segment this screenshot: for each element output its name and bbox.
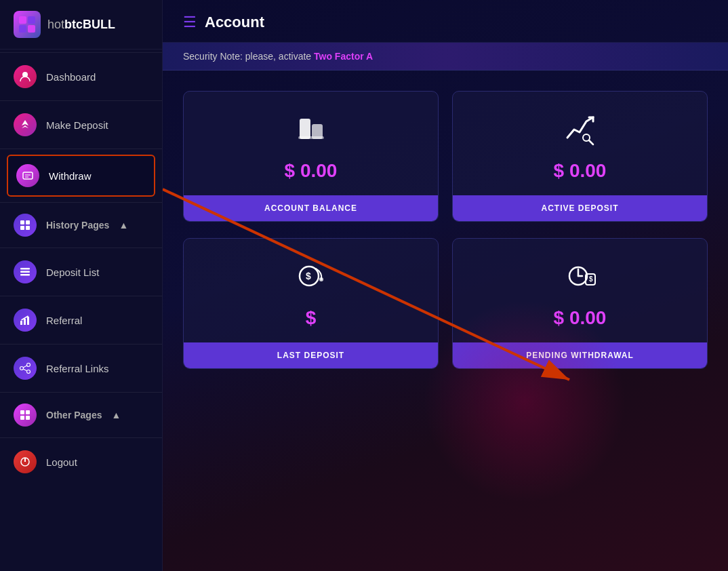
- sidebar-item-withdraw[interactable]: Withdraw: [7, 155, 155, 197]
- sidebar-item-referral-links[interactable]: Referral Links: [0, 347, 162, 389]
- svg-rect-24: [26, 410, 30, 414]
- svg-rect-17: [27, 317, 29, 325]
- divider-5: [0, 248, 162, 248]
- page-header: ☰ Account: [163, 0, 728, 43]
- svg-marker-6: [22, 125, 28, 128]
- referral-icon: [14, 309, 37, 332]
- referral-links-icon: [14, 357, 37, 380]
- svg-rect-13: [20, 271, 30, 273]
- logout-icon: [14, 450, 37, 473]
- svg-rect-12: [20, 268, 30, 270]
- svg-rect-23: [20, 410, 24, 414]
- logo-text: hotbtcBULL: [47, 18, 115, 32]
- account-balance-card: $ 0.00 ACCOUNT BALANCE: [183, 91, 439, 222]
- security-highlight: Two Factor A: [314, 51, 373, 62]
- svg-rect-16: [24, 319, 26, 325]
- active-deposit-icon: [563, 112, 597, 152]
- svg-point-19: [27, 363, 31, 367]
- sidebar-item-label: Referral Links: [46, 363, 109, 374]
- last-deposit-value: $: [306, 307, 317, 329]
- active-deposit-value: $ 0.00: [554, 160, 607, 182]
- deposit-list-icon: [14, 260, 37, 283]
- svg-rect-29: [300, 119, 310, 139]
- cards-area: $ 0.00 ACCOUNT BALANCE $ 0.00 ACTIVE DEP…: [163, 71, 728, 571]
- svg-rect-25: [20, 416, 24, 420]
- svg-line-33: [589, 140, 593, 144]
- chevron-up-icon-2: ▲: [111, 410, 121, 420]
- svg-rect-3: [28, 25, 35, 33]
- other-pages-icon: [14, 403, 37, 427]
- svg-marker-5: [22, 120, 28, 125]
- divider-4: [0, 202, 162, 203]
- account-balance-icon: [294, 112, 328, 152]
- history-pages-section[interactable]: History Pages ▲: [0, 205, 162, 245]
- svg-rect-14: [20, 274, 30, 276]
- page-title: Account: [205, 14, 264, 31]
- sidebar-item-label: Dashboard: [46, 71, 96, 83]
- svg-rect-15: [20, 321, 22, 325]
- last-deposit-icon: $: [294, 259, 328, 299]
- history-pages-label: History Pages: [46, 220, 109, 231]
- svg-rect-1: [28, 16, 35, 24]
- svg-rect-0: [19, 16, 26, 24]
- svg-text:$: $: [306, 271, 311, 281]
- divider-6: [0, 296, 162, 296]
- cards-row-2: $ $ LAST DEPOSIT $: [183, 238, 708, 369]
- divider-3: [0, 149, 162, 149]
- svg-point-36: [319, 277, 323, 281]
- history-pages-icon: [14, 214, 37, 237]
- svg-rect-2: [19, 25, 26, 33]
- sidebar: hotbtcBULL Dashboard Make Deposit Withdr…: [0, 0, 163, 571]
- svg-rect-9: [26, 220, 30, 224]
- svg-text:$: $: [589, 275, 593, 283]
- dashboard-icon: [14, 65, 37, 88]
- make-deposit-icon: [14, 113, 37, 136]
- logo-area: hotbtcBULL: [0, 0, 162, 50]
- sidebar-item-label: Logout: [46, 456, 77, 468]
- sidebar-item-referral[interactable]: Referral: [0, 299, 162, 341]
- svg-rect-11: [26, 226, 30, 230]
- pending-withdrawal-value: $ 0.00: [554, 307, 607, 329]
- withdraw-icon: [16, 164, 39, 187]
- svg-point-18: [20, 367, 24, 370]
- cards-row-1: $ 0.00 ACCOUNT BALANCE $ 0.00 ACTIVE DEP…: [183, 91, 708, 222]
- active-deposit-card: $ 0.00 ACTIVE DEPOSIT: [452, 91, 708, 222]
- svg-rect-10: [20, 226, 24, 230]
- other-pages-label: Other Pages: [46, 410, 102, 420]
- svg-rect-8: [20, 220, 24, 224]
- divider-9: [0, 437, 162, 438]
- sidebar-item-label: Referral: [46, 315, 82, 326]
- svg-line-21: [23, 366, 27, 368]
- security-text: Security Note: please, activate: [183, 51, 314, 62]
- pending-withdrawal-label: PENDING WITHDRAWAL: [453, 342, 707, 368]
- svg-rect-7: [23, 172, 33, 179]
- pending-withdrawal-card: $ $ 0.00 PENDING WITHDRAWAL: [452, 238, 708, 369]
- sidebar-item-label: Withdraw: [49, 170, 92, 182]
- security-banner: Security Note: please, activate Two Fact…: [163, 43, 728, 71]
- sidebar-item-deposit-list[interactable]: Deposit List: [0, 251, 162, 293]
- last-deposit-card: $ $ LAST DEPOSIT: [183, 238, 439, 369]
- divider-2: [0, 100, 162, 101]
- divider-7: [0, 344, 162, 344]
- svg-line-22: [23, 369, 27, 371]
- svg-point-20: [27, 370, 31, 374]
- account-balance-label: ACCOUNT BALANCE: [184, 195, 438, 221]
- sidebar-item-make-deposit[interactable]: Make Deposit: [0, 104, 162, 146]
- sidebar-item-logout[interactable]: Logout: [0, 441, 162, 483]
- divider-8: [0, 392, 162, 393]
- divider-1: [0, 52, 162, 53]
- pending-withdrawal-icon: $: [563, 259, 597, 299]
- last-deposit-label: LAST DEPOSIT: [184, 342, 438, 368]
- svg-rect-26: [26, 416, 30, 420]
- sidebar-item-label: Make Deposit: [46, 119, 108, 131]
- other-pages-section[interactable]: Other Pages ▲: [0, 395, 162, 435]
- logo-icon: [14, 11, 41, 38]
- chevron-up-icon: ▲: [119, 220, 128, 231]
- sidebar-item-label: Deposit List: [46, 267, 99, 278]
- account-balance-value: $ 0.00: [285, 160, 338, 182]
- header-menu-icon: ☰: [183, 14, 197, 31]
- sidebar-item-dashboard[interactable]: Dashboard: [0, 56, 162, 98]
- main-content: ☰ Account Security Note: please, activat…: [163, 0, 728, 571]
- active-deposit-label: ACTIVE DEPOSIT: [453, 195, 707, 221]
- svg-rect-31: [298, 136, 324, 139]
